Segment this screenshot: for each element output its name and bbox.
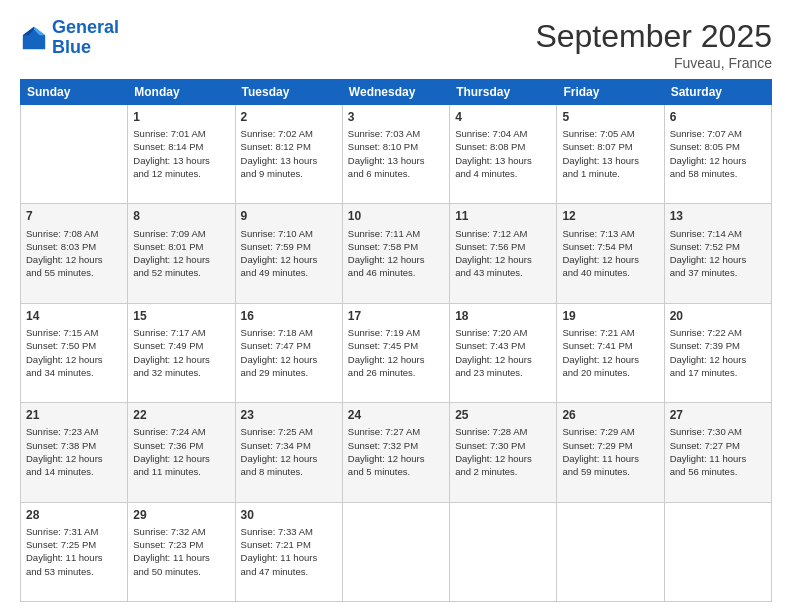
day-number: 12 [562, 208, 658, 224]
subtitle: Fuveau, France [535, 55, 772, 71]
day-info: Sunrise: 7:17 AM Sunset: 7:49 PM Dayligh… [133, 326, 229, 379]
calendar-cell: 12Sunrise: 7:13 AM Sunset: 7:54 PM Dayli… [557, 204, 664, 303]
day-info: Sunrise: 7:25 AM Sunset: 7:34 PM Dayligh… [241, 425, 337, 478]
week-row-5: 28Sunrise: 7:31 AM Sunset: 7:25 PM Dayli… [21, 502, 772, 601]
day-info: Sunrise: 7:20 AM Sunset: 7:43 PM Dayligh… [455, 326, 551, 379]
calendar-cell [342, 502, 449, 601]
calendar-cell: 18Sunrise: 7:20 AM Sunset: 7:43 PM Dayli… [450, 303, 557, 402]
calendar-cell: 3Sunrise: 7:03 AM Sunset: 8:10 PM Daylig… [342, 105, 449, 204]
day-info: Sunrise: 7:13 AM Sunset: 7:54 PM Dayligh… [562, 227, 658, 280]
day-info: Sunrise: 7:24 AM Sunset: 7:36 PM Dayligh… [133, 425, 229, 478]
weekday-header-saturday: Saturday [664, 80, 771, 105]
calendar-cell: 20Sunrise: 7:22 AM Sunset: 7:39 PM Dayli… [664, 303, 771, 402]
day-number: 28 [26, 507, 122, 523]
calendar-cell: 30Sunrise: 7:33 AM Sunset: 7:21 PM Dayli… [235, 502, 342, 601]
calendar-cell: 17Sunrise: 7:19 AM Sunset: 7:45 PM Dayli… [342, 303, 449, 402]
day-info: Sunrise: 7:19 AM Sunset: 7:45 PM Dayligh… [348, 326, 444, 379]
weekday-header-monday: Monday [128, 80, 235, 105]
logo-line1: General [52, 17, 119, 37]
day-number: 27 [670, 407, 766, 423]
day-info: Sunrise: 7:22 AM Sunset: 7:39 PM Dayligh… [670, 326, 766, 379]
day-info: Sunrise: 7:21 AM Sunset: 7:41 PM Dayligh… [562, 326, 658, 379]
week-row-1: 1Sunrise: 7:01 AM Sunset: 8:14 PM Daylig… [21, 105, 772, 204]
day-number: 14 [26, 308, 122, 324]
calendar-cell: 11Sunrise: 7:12 AM Sunset: 7:56 PM Dayli… [450, 204, 557, 303]
day-number: 22 [133, 407, 229, 423]
calendar-cell: 7Sunrise: 7:08 AM Sunset: 8:03 PM Daylig… [21, 204, 128, 303]
day-number: 19 [562, 308, 658, 324]
calendar-cell: 13Sunrise: 7:14 AM Sunset: 7:52 PM Dayli… [664, 204, 771, 303]
logo-icon [20, 24, 48, 52]
calendar-header: SundayMondayTuesdayWednesdayThursdayFrid… [21, 80, 772, 105]
day-info: Sunrise: 7:27 AM Sunset: 7:32 PM Dayligh… [348, 425, 444, 478]
day-number: 26 [562, 407, 658, 423]
day-info: Sunrise: 7:12 AM Sunset: 7:56 PM Dayligh… [455, 227, 551, 280]
day-info: Sunrise: 7:04 AM Sunset: 8:08 PM Dayligh… [455, 127, 551, 180]
calendar-cell: 1Sunrise: 7:01 AM Sunset: 8:14 PM Daylig… [128, 105, 235, 204]
day-info: Sunrise: 7:10 AM Sunset: 7:59 PM Dayligh… [241, 227, 337, 280]
day-number: 2 [241, 109, 337, 125]
title-block: September 2025 Fuveau, France [535, 18, 772, 71]
day-info: Sunrise: 7:02 AM Sunset: 8:12 PM Dayligh… [241, 127, 337, 180]
calendar-cell [21, 105, 128, 204]
day-number: 21 [26, 407, 122, 423]
day-number: 6 [670, 109, 766, 125]
day-info: Sunrise: 7:09 AM Sunset: 8:01 PM Dayligh… [133, 227, 229, 280]
weekday-header-thursday: Thursday [450, 80, 557, 105]
calendar-cell: 19Sunrise: 7:21 AM Sunset: 7:41 PM Dayli… [557, 303, 664, 402]
calendar-cell: 16Sunrise: 7:18 AM Sunset: 7:47 PM Dayli… [235, 303, 342, 402]
week-row-4: 21Sunrise: 7:23 AM Sunset: 7:38 PM Dayli… [21, 403, 772, 502]
day-number: 25 [455, 407, 551, 423]
calendar-cell [664, 502, 771, 601]
day-number: 24 [348, 407, 444, 423]
calendar-cell: 14Sunrise: 7:15 AM Sunset: 7:50 PM Dayli… [21, 303, 128, 402]
calendar-cell [450, 502, 557, 601]
svg-marker-0 [23, 27, 45, 49]
day-number: 15 [133, 308, 229, 324]
weekday-header-tuesday: Tuesday [235, 80, 342, 105]
calendar-cell: 2Sunrise: 7:02 AM Sunset: 8:12 PM Daylig… [235, 105, 342, 204]
weekday-row: SundayMondayTuesdayWednesdayThursdayFrid… [21, 80, 772, 105]
day-number: 11 [455, 208, 551, 224]
calendar-cell: 5Sunrise: 7:05 AM Sunset: 8:07 PM Daylig… [557, 105, 664, 204]
calendar-cell: 25Sunrise: 7:28 AM Sunset: 7:30 PM Dayli… [450, 403, 557, 502]
calendar-cell: 8Sunrise: 7:09 AM Sunset: 8:01 PM Daylig… [128, 204, 235, 303]
day-info: Sunrise: 7:01 AM Sunset: 8:14 PM Dayligh… [133, 127, 229, 180]
day-number: 10 [348, 208, 444, 224]
calendar: SundayMondayTuesdayWednesdayThursdayFrid… [20, 79, 772, 602]
day-info: Sunrise: 7:31 AM Sunset: 7:25 PM Dayligh… [26, 525, 122, 578]
day-number: 20 [670, 308, 766, 324]
day-number: 29 [133, 507, 229, 523]
logo: General Blue [20, 18, 119, 58]
calendar-cell: 26Sunrise: 7:29 AM Sunset: 7:29 PM Dayli… [557, 403, 664, 502]
day-info: Sunrise: 7:03 AM Sunset: 8:10 PM Dayligh… [348, 127, 444, 180]
weekday-header-friday: Friday [557, 80, 664, 105]
day-info: Sunrise: 7:08 AM Sunset: 8:03 PM Dayligh… [26, 227, 122, 280]
calendar-cell: 29Sunrise: 7:32 AM Sunset: 7:23 PM Dayli… [128, 502, 235, 601]
day-info: Sunrise: 7:28 AM Sunset: 7:30 PM Dayligh… [455, 425, 551, 478]
calendar-cell: 23Sunrise: 7:25 AM Sunset: 7:34 PM Dayli… [235, 403, 342, 502]
header: General Blue September 2025 Fuveau, Fran… [20, 18, 772, 71]
weekday-header-sunday: Sunday [21, 80, 128, 105]
day-number: 8 [133, 208, 229, 224]
day-number: 4 [455, 109, 551, 125]
calendar-cell: 24Sunrise: 7:27 AM Sunset: 7:32 PM Dayli… [342, 403, 449, 502]
day-info: Sunrise: 7:29 AM Sunset: 7:29 PM Dayligh… [562, 425, 658, 478]
day-info: Sunrise: 7:11 AM Sunset: 7:58 PM Dayligh… [348, 227, 444, 280]
day-number: 18 [455, 308, 551, 324]
weekday-header-wednesday: Wednesday [342, 80, 449, 105]
calendar-body: 1Sunrise: 7:01 AM Sunset: 8:14 PM Daylig… [21, 105, 772, 602]
calendar-cell: 27Sunrise: 7:30 AM Sunset: 7:27 PM Dayli… [664, 403, 771, 502]
calendar-cell: 15Sunrise: 7:17 AM Sunset: 7:49 PM Dayli… [128, 303, 235, 402]
day-info: Sunrise: 7:32 AM Sunset: 7:23 PM Dayligh… [133, 525, 229, 578]
day-number: 9 [241, 208, 337, 224]
calendar-cell: 28Sunrise: 7:31 AM Sunset: 7:25 PM Dayli… [21, 502, 128, 601]
main-title: September 2025 [535, 18, 772, 55]
logo-line2: Blue [52, 37, 91, 57]
day-info: Sunrise: 7:23 AM Sunset: 7:38 PM Dayligh… [26, 425, 122, 478]
logo-text: General Blue [52, 18, 119, 58]
day-number: 7 [26, 208, 122, 224]
calendar-cell: 10Sunrise: 7:11 AM Sunset: 7:58 PM Dayli… [342, 204, 449, 303]
day-info: Sunrise: 7:05 AM Sunset: 8:07 PM Dayligh… [562, 127, 658, 180]
calendar-cell [557, 502, 664, 601]
